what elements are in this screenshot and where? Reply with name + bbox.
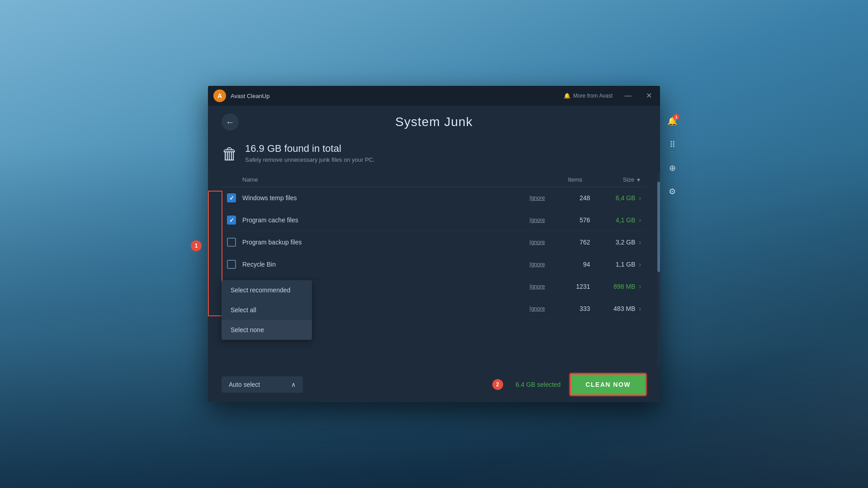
row-4-chevron-icon[interactable]: ›: [639, 261, 641, 268]
row-3-items: 762: [554, 239, 590, 246]
summary-section: 🗑 16.9 GB found in total Safely remove u…: [208, 138, 660, 173]
scrollbar-thumb[interactable]: [657, 182, 660, 272]
table-header: Name Items Size ▼: [222, 173, 646, 187]
row-4-name: Recycle Bin: [242, 261, 529, 268]
col-size-header[interactable]: Size ▼: [582, 176, 641, 183]
table-row[interactable]: Windows temp files Ignore 248 6,4 GB ›: [222, 187, 646, 209]
row-6-chevron-icon[interactable]: ›: [639, 305, 641, 312]
row-3-size: 3,2 GB: [590, 239, 635, 246]
footer: Auto select ∧ 2 6.4 GB selected CLEAN NO…: [208, 367, 660, 402]
select-recommended-option[interactable]: Select recommended: [222, 280, 312, 300]
row-6-items: 333: [554, 305, 590, 312]
row-2-chevron-icon[interactable]: ›: [639, 216, 641, 224]
col-name-header: Name: [242, 176, 537, 183]
back-button[interactable]: ←: [222, 113, 239, 131]
table-row[interactable]: Recycle Bin Ignore 94 1,1 GB ›: [222, 253, 646, 276]
sidebar: 🔔 1 ⠿ ⊕ ⚙: [661, 106, 684, 207]
annotation-badge-2: 2: [492, 379, 503, 390]
row-3-name: Program backup files: [242, 239, 529, 246]
dropdown-menu: Select recommended Select all Select non…: [222, 280, 312, 340]
row-3-chevron-icon[interactable]: ›: [639, 239, 641, 246]
row-2-items: 576: [554, 216, 590, 224]
title-bar-left: A Avast CleanUp: [213, 89, 269, 102]
auto-select-button[interactable]: Auto select ∧: [222, 376, 303, 393]
summary-description: Safely remove unnecessary junk files on …: [245, 156, 375, 163]
title-bar-right: 🔔 More from Avast — ✕: [564, 90, 655, 101]
settings-icon[interactable]: ⚙: [664, 183, 680, 200]
sort-icon: ▼: [636, 177, 641, 183]
chevron-up-icon: ∧: [291, 381, 296, 388]
row-1-items: 248: [554, 194, 590, 202]
selected-info: 6.4 GB selected: [516, 381, 561, 388]
avast-logo: A: [213, 89, 226, 102]
summary-text: 16.9 GB found in total Safely remove unn…: [245, 143, 375, 163]
annotation-box-1: [208, 191, 222, 316]
more-from-avast-button[interactable]: 🔔 More from Avast: [564, 93, 613, 99]
grid-icon[interactable]: ⠿: [664, 136, 680, 153]
content-header: ← System Junk: [208, 106, 660, 138]
table-row[interactable]: Program backup files Ignore 762 3,2 GB ›: [222, 231, 646, 253]
row-6-size: 483 MB: [590, 305, 635, 312]
table-container: 1 Name Items Size ▼ Windows temp files I…: [208, 173, 660, 367]
row-5-ignore[interactable]: Ignore: [529, 283, 545, 290]
row-1-name: Windows temp files: [242, 194, 529, 202]
select-all-option[interactable]: Select all: [222, 300, 312, 320]
row-4-ignore[interactable]: Ignore: [529, 261, 545, 267]
clean-now-button[interactable]: CLEAN NOW: [570, 373, 646, 396]
annotation-badge-1: 1: [191, 240, 202, 251]
row-2-ignore[interactable]: Ignore: [529, 217, 545, 223]
notifications-icon[interactable]: 🔔 1: [664, 113, 680, 129]
row-1-chevron-icon[interactable]: ›: [639, 194, 641, 202]
select-none-option[interactable]: Select none: [222, 320, 312, 340]
close-button[interactable]: ✕: [643, 90, 655, 101]
row-6-ignore[interactable]: Ignore: [529, 305, 545, 312]
avast-more-icon: 🔔: [564, 93, 571, 99]
minimize-button[interactable]: —: [622, 90, 634, 101]
row-4-items: 94: [554, 261, 590, 268]
app-title: Avast CleanUp: [231, 93, 269, 99]
row-1-checkbox[interactable]: [227, 193, 236, 202]
page-title: System Junk: [395, 115, 472, 129]
row-3-ignore[interactable]: Ignore: [529, 239, 545, 245]
row-4-size: 1,1 GB: [590, 261, 635, 268]
row-1-ignore[interactable]: Ignore: [529, 195, 545, 201]
row-5-chevron-icon[interactable]: ›: [639, 283, 641, 290]
scrollbar[interactable]: [657, 173, 660, 367]
total-found: 16.9 GB found in total: [245, 143, 375, 155]
table-row[interactable]: Program cache files Ignore 576 4,1 GB ›: [222, 209, 646, 231]
row-2-checkbox[interactable]: [227, 216, 236, 225]
row-5-items: 1231: [554, 283, 590, 290]
auto-select-label: Auto select: [229, 381, 260, 388]
row-1-size: 6,4 GB: [590, 194, 635, 202]
row-2-name: Program cache files: [242, 216, 529, 224]
app-window: A Avast CleanUp 🔔 More from Avast — ✕ 🔔 …: [208, 86, 660, 402]
row-2-size: 4,1 GB: [590, 216, 635, 224]
row-3-checkbox[interactable]: [227, 238, 236, 247]
row-5-size: 898 MB: [590, 283, 635, 290]
help-icon[interactable]: ⊕: [664, 160, 680, 176]
col-items-header: Items: [537, 176, 582, 183]
row-4-checkbox[interactable]: [227, 260, 236, 269]
title-bar: A Avast CleanUp 🔔 More from Avast — ✕: [208, 86, 660, 106]
trash-icon: 🗑: [222, 145, 238, 164]
notification-badge: 1: [673, 114, 679, 120]
